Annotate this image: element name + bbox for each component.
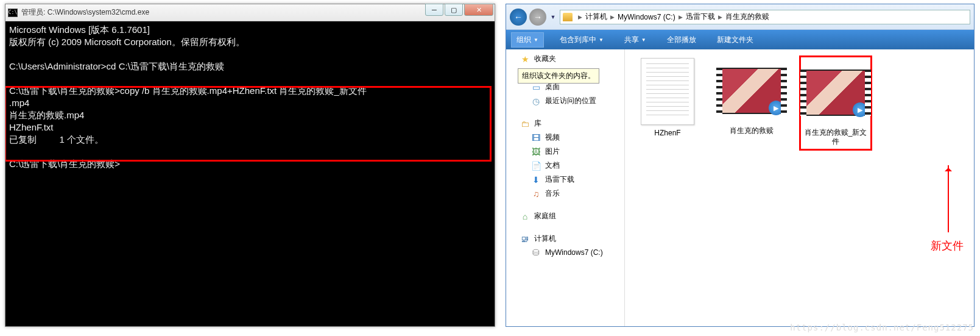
file-label: HZhenF: [633, 129, 702, 138]
sidebar-drive-c[interactable]: ⛁MyWindows7 (C:): [506, 246, 624, 259]
video-file-icon: ▶: [721, 68, 782, 114]
dropdown-icon: ▼: [534, 37, 538, 43]
drive-icon: ⛁: [531, 248, 541, 257]
sidebar-favorites[interactable]: ★收藏夹: [506, 52, 624, 66]
organize-button[interactable]: 组织▼: [511, 32, 544, 48]
play-overlay-icon: ▶: [853, 102, 867, 117]
breadcrumb-sep-icon: ▶: [578, 14, 582, 20]
watermark: https://blog.csdn.net/Feng512275: [790, 323, 974, 332]
organize-tooltip: 组织该文件夹的内容。: [518, 68, 599, 84]
nav-back-button[interactable]: ←: [510, 9, 527, 26]
cmd-line: C:\迅雷下载\肖生克的救赎>: [9, 159, 120, 169]
video-file-icon: ▶: [805, 70, 866, 116]
sidebar-label: 计算机: [534, 234, 556, 244]
play-overlay-icon: ▶: [769, 101, 783, 115]
maximize-button[interactable]: ▢: [445, 4, 463, 16]
breadcrumb-item[interactable]: MyWindows7 (C:): [618, 13, 675, 21]
sidebar-computer[interactable]: 🖳计算机: [506, 232, 624, 246]
cmd-window: C:\ 管理员: C:\Windows\system32\cmd.exe ─ ▢…: [5, 4, 495, 327]
breadcrumb-sep-icon: ▶: [679, 14, 683, 20]
breadcrumb-sep-icon: ▶: [718, 14, 722, 20]
new-folder-button[interactable]: 新建文件夹: [712, 33, 758, 47]
sidebar-videos[interactable]: 🎞视频: [506, 130, 624, 145]
sidebar-pictures[interactable]: 🖼图片: [506, 145, 624, 159]
star-icon: ★: [520, 54, 531, 64]
cmd-icon: C:\: [8, 9, 18, 17]
highlight-box: [5, 86, 492, 162]
file-label: 肖生克的救赎: [717, 126, 786, 135]
breadcrumb-sep-icon: ▶: [610, 14, 615, 20]
cmd-line: .mp4: [9, 98, 29, 108]
minimize-button[interactable]: ─: [425, 4, 443, 16]
sidebar-libraries[interactable]: 🗀库: [506, 116, 624, 130]
address-bar-row: ← → ▼ ▶ 计算机 ▶ MyWindows7 (C:) ▶ 迅雷下载 ▶ 肖…: [506, 4, 974, 30]
sidebar-documents[interactable]: 📄文档: [506, 159, 624, 173]
explorer-window: ← → ▼ ▶ 计算机 ▶ MyWindows7 (C:) ▶ 迅雷下载 ▶ 肖…: [506, 4, 975, 327]
explorer-sidebar: ★收藏夹 ⬇下载 ▭桌面 ◷最近访问的位置 🗀库 🎞视频 🖼图片 📄文档 ⬇迅雷…: [506, 49, 625, 326]
cmd-line: C:\迅雷下载\肖生克的救赎>copy /b 肖生克的救赎.mp4+HZhenF…: [9, 85, 367, 96]
recent-icon: ◷: [531, 96, 541, 106]
text-file-icon: [641, 58, 694, 125]
picture-icon: 🖼: [531, 147, 541, 157]
computer-icon: 🖳: [520, 234, 531, 244]
annotation-label: 新文件: [931, 238, 964, 253]
cmd-line: 已复制 1 个文件。: [9, 134, 104, 145]
sidebar-label: 图片: [545, 146, 560, 157]
cmd-line: C:\Users\Administrator>cd C:\迅雷下载\肖生克的救赎: [9, 61, 224, 71]
dropdown-icon: ▼: [599, 37, 604, 43]
xunlei-icon: ⬇: [531, 175, 541, 185]
cmd-titlebar[interactable]: C:\ 管理员: C:\Windows\system32\cmd.exe ─ ▢…: [5, 4, 495, 21]
breadcrumb[interactable]: ▶ 计算机 ▶ MyWindows7 (C:) ▶ 迅雷下载 ▶ 肖生克的救赎: [560, 10, 970, 24]
file-label: 肖生克的救赎_新文件: [803, 128, 868, 146]
sidebar-label: MyWindows7 (C:): [545, 248, 603, 257]
breadcrumb-item[interactable]: 迅雷下载: [686, 12, 715, 22]
cmd-line: Microsoft Windows [版本 6.1.7601]: [9, 24, 150, 35]
sidebar-xunlei[interactable]: ⬇迅雷下载: [506, 173, 624, 187]
sidebar-label: 最近访问的位置: [545, 96, 596, 106]
share-button[interactable]: 共享▼: [619, 33, 651, 47]
sidebar-recent[interactable]: ◷最近访问的位置: [506, 94, 624, 108]
cmd-output[interactable]: Microsoft Windows [版本 6.1.7601] 版权所有 (c)…: [5, 21, 495, 326]
sidebar-label: 文档: [545, 160, 560, 171]
sidebar-label: 收藏夹: [534, 54, 556, 64]
library-icon: 🗀: [520, 119, 531, 129]
homegroup-icon: ⌂: [520, 212, 531, 221]
breadcrumb-item[interactable]: 肖生克的救赎: [725, 12, 769, 22]
sidebar-label: 音乐: [545, 188, 560, 199]
breadcrumb-item[interactable]: 计算机: [585, 12, 607, 22]
sidebar-homegroup[interactable]: ⌂家庭组: [506, 209, 624, 223]
sidebar-label: 家庭组: [534, 211, 556, 221]
document-icon: 📄: [531, 161, 541, 171]
folder-icon: [563, 13, 573, 21]
dropdown-icon: ▼: [641, 37, 646, 43]
sidebar-label: 视频: [545, 132, 560, 143]
sidebar-label: 迅雷下载: [545, 174, 574, 185]
annotation-arrow: [948, 165, 949, 232]
file-item-text[interactable]: HZhenF: [631, 55, 704, 140]
include-in-library-button[interactable]: 包含到库中▼: [555, 33, 608, 47]
file-item-video-new[interactable]: ▶ 肖生克的救赎_新文件: [799, 55, 872, 151]
music-icon: ♫: [531, 189, 541, 199]
file-item-video[interactable]: ▶ 肖生克的救赎: [715, 55, 788, 138]
nav-history-dropdown[interactable]: ▼: [549, 9, 557, 26]
cmd-line: 版权所有 (c) 2009 Microsoft Corporation。保留所有…: [9, 37, 245, 47]
cmd-title: 管理员: C:\Windows\system32\cmd.exe: [21, 7, 492, 18]
cmd-line: HZhenF.txt: [9, 122, 54, 132]
sidebar-music[interactable]: ♫音乐: [506, 187, 624, 201]
video-icon: 🎞: [531, 133, 541, 143]
nav-forward-button[interactable]: →: [529, 9, 546, 26]
explorer-content[interactable]: HZhenF ▶ 肖生克的救赎 ▶ 肖生克的救赎_新文件 新文件: [625, 49, 974, 326]
close-button[interactable]: ✕: [464, 4, 493, 16]
play-all-button[interactable]: 全部播放: [662, 33, 701, 47]
explorer-toolbar: 组织▼ 包含到库中▼ 共享▼ 全部播放 新建文件夹: [506, 30, 974, 49]
cmd-line: 肖生克的救赎.mp4: [9, 110, 84, 120]
sidebar-label: 库: [534, 118, 541, 129]
